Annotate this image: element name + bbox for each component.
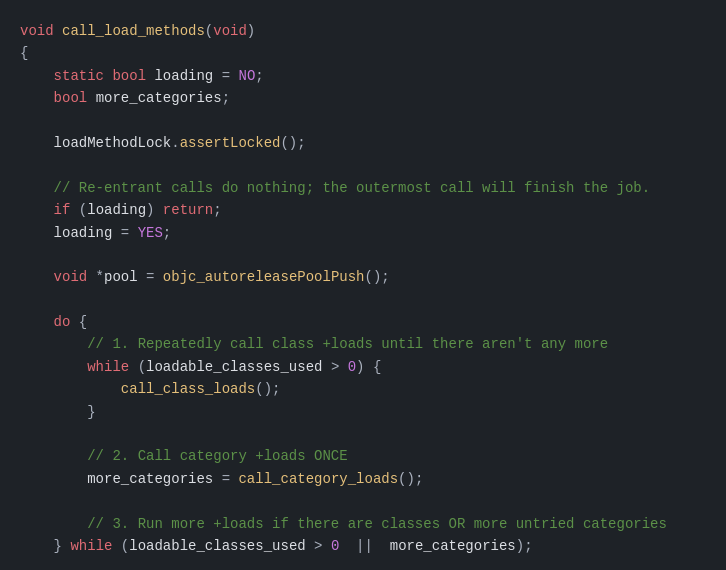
code-line-22 — [20, 490, 706, 512]
code-line-15: // 1. Repeatedly call class +loads until… — [20, 333, 706, 355]
code-line-10: loading = YES; — [20, 222, 706, 244]
code-line-2: { — [20, 42, 706, 64]
code-line-20: // 2. Call category +loads ONCE — [20, 445, 706, 467]
code-line-6: loadMethodLock.assertLocked(); — [20, 132, 706, 154]
code-line-25 — [20, 557, 706, 570]
code-line-3: static bool loading = NO; — [20, 65, 706, 87]
code-line-23: // 3. Run more +loads if there are class… — [20, 513, 706, 535]
code-line-5 — [20, 110, 706, 132]
code-line-9: if (loading) return; — [20, 199, 706, 221]
code-line-21: more_categories = call_category_loads(); — [20, 468, 706, 490]
code-line-7 — [20, 154, 706, 176]
code-line-14: do { — [20, 311, 706, 333]
code-line-13 — [20, 289, 706, 311]
code-line-1: void call_load_methods(void) — [20, 20, 706, 42]
code-line-12: void *pool = objc_autoreleasePoolPush(); — [20, 266, 706, 288]
code-line-4: bool more_categories; — [20, 87, 706, 109]
code-line-8: // Re-entrant calls do nothing; the oute… — [20, 177, 706, 199]
code-line-11 — [20, 244, 706, 266]
code-line-16: while (loadable_classes_used > 0) { — [20, 356, 706, 378]
code-block: void call_load_methods(void) { static bo… — [20, 16, 706, 570]
code-line-18: } — [20, 401, 706, 423]
code-line-24: } while (loadable_classes_used > 0 || mo… — [20, 535, 706, 557]
code-line-17: call_class_loads(); — [20, 378, 706, 400]
code-line-19 — [20, 423, 706, 445]
